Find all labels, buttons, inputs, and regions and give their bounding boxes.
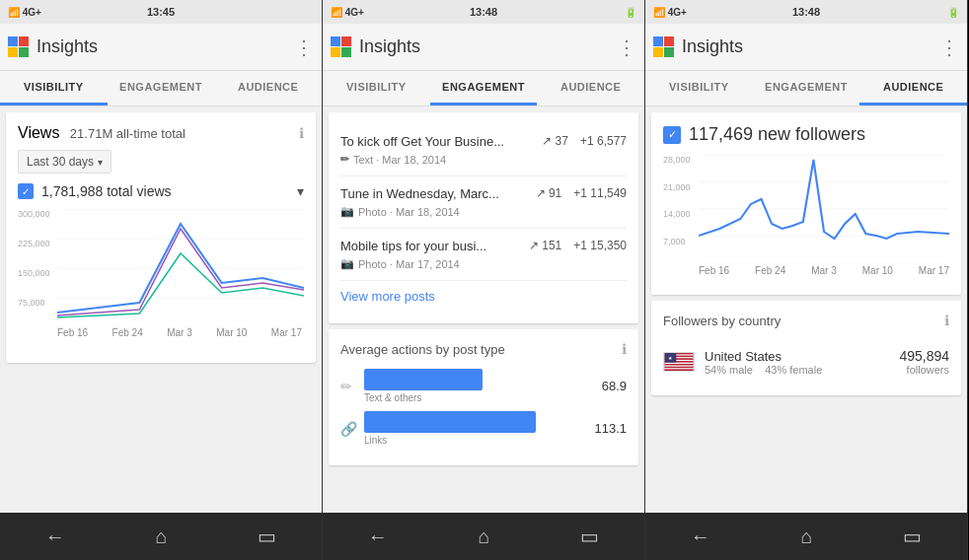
status-time-3: 13:48 bbox=[792, 6, 820, 18]
post-item-3[interactable]: Mobile tips for your busi... ↗ 151 +1 15… bbox=[340, 229, 627, 281]
audience-chart-inner: 28,000 21,000 14,000 7,000 bbox=[663, 155, 949, 263]
aud-y-1: 28,000 bbox=[663, 155, 699, 165]
post-item-1[interactable]: To kick off Get Your Busine... ↗ 37 +1 6… bbox=[340, 124, 627, 176]
tab-audience-3[interactable]: AUDIENCE bbox=[859, 71, 967, 105]
svg-rect-21 bbox=[665, 368, 694, 369]
tab-visibility-2[interactable]: VISIBILITY bbox=[323, 71, 430, 105]
post-stats-3: ↗ 151 +1 15,350 bbox=[529, 239, 627, 252]
post-meta-3: 📷 Photo · Mar 17, 2014 bbox=[340, 257, 627, 270]
app-logo-2 bbox=[331, 36, 351, 57]
y-axis-labels: 300,000 225,000 150,000 75,000 bbox=[18, 209, 57, 327]
status-icons-left-2: 📶 4G+ bbox=[331, 7, 364, 18]
y-label-2: 225,000 bbox=[18, 239, 57, 248]
country-item-us[interactable]: ★ United States 54% male 43% female 495,… bbox=[663, 340, 949, 384]
y-label-1: 300,000 bbox=[18, 209, 57, 219]
avg-actions-title: Average actions by post type bbox=[340, 342, 505, 357]
logo-blue-2 bbox=[331, 36, 340, 46]
avg-info-icon[interactable]: ℹ bbox=[622, 341, 627, 357]
x-axis-labels: Feb 16 Feb 24 Mar 3 Mar 10 Mar 17 bbox=[18, 327, 304, 338]
chart-with-labels: 300,000 225,000 150,000 75,000 bbox=[18, 209, 304, 327]
view-more-link[interactable]: View more posts bbox=[340, 281, 627, 312]
dropdown-arrow-icon[interactable]: ▾ bbox=[297, 183, 304, 199]
app-header-3: Insights ⋮ bbox=[645, 24, 967, 71]
audience-y-labels: 28,000 21,000 14,000 7,000 bbox=[663, 155, 699, 263]
new-followers-card: ✓ 117,469 new followers 28,000 21,000 14… bbox=[651, 112, 961, 295]
post-stats-2: ↗ 91 +1 11,549 bbox=[536, 186, 627, 200]
bottom-nav-1: ← ⌂ ▭ bbox=[0, 513, 322, 560]
total-views-label: 1,781,988 total views bbox=[41, 183, 172, 199]
aud-x-4: Mar 10 bbox=[862, 265, 893, 276]
recents-button-3[interactable]: ▭ bbox=[887, 517, 937, 556]
reshares-3: ↗ 151 bbox=[529, 239, 561, 252]
content-visibility: Views 21.71M all-time total ℹ Last 30 da… bbox=[0, 106, 322, 513]
home-button-3[interactable]: ⌂ bbox=[784, 518, 828, 556]
plusones-3: +1 15,350 bbox=[573, 239, 627, 252]
reshares-1: ↗ 37 bbox=[542, 134, 568, 148]
link-bar-value: 113.1 bbox=[587, 421, 627, 436]
views-card: Views 21.71M all-time total ℹ Last 30 da… bbox=[6, 112, 316, 363]
tab-audience-2[interactable]: AUDIENCE bbox=[537, 71, 644, 105]
views-label: Views bbox=[18, 124, 59, 141]
post-item-2[interactable]: Tune in Wednesday, Marc... ↗ 91 +1 11,54… bbox=[340, 176, 627, 229]
us-flag: ★ bbox=[663, 352, 695, 372]
back-button-2[interactable]: ← bbox=[352, 518, 404, 556]
post-title-2: Tune in Wednesday, Marc... bbox=[340, 186, 499, 201]
tab-engagement-3[interactable]: ENGAGEMENT bbox=[753, 71, 860, 105]
post-type-icon-1: ✏ bbox=[340, 153, 349, 166]
tab-visibility-3[interactable]: VISIBILITY bbox=[645, 71, 753, 105]
status-icons-right-3: 🔋 bbox=[947, 7, 959, 18]
views-header: Views 21.71M all-time total ℹ bbox=[18, 124, 304, 142]
logo-blue bbox=[8, 36, 18, 46]
audience-x-labels: Feb 16 Feb 24 Mar 3 Mar 10 Mar 17 bbox=[663, 265, 949, 276]
status-bar-1: 📶 4G+ 13:45 🔋 bbox=[0, 0, 322, 24]
aud-y-4: 7,000 bbox=[663, 237, 699, 246]
total-views-row: ✓ 1,781,988 total views ▾ bbox=[18, 183, 304, 199]
country-info-icon[interactable]: ℹ bbox=[944, 313, 949, 328]
svg-rect-20 bbox=[665, 367, 694, 368]
post-type-icon-3: 📷 bbox=[340, 257, 354, 270]
link-bar-icon: 🔗 bbox=[340, 421, 356, 437]
home-button-2[interactable]: ⌂ bbox=[462, 518, 505, 556]
back-button-1[interactable]: ← bbox=[30, 518, 81, 556]
recents-button-1[interactable]: ▭ bbox=[242, 517, 292, 556]
date-range-button[interactable]: Last 30 days ▾ bbox=[18, 150, 112, 174]
post-date-3: Photo · Mar 17, 2014 bbox=[358, 258, 460, 270]
tab-engagement-2[interactable]: ENGAGEMENT bbox=[430, 71, 538, 105]
home-button-1[interactable]: ⌂ bbox=[139, 518, 183, 556]
status-time-1: 13:45 bbox=[147, 6, 175, 18]
back-button-3[interactable]: ← bbox=[675, 518, 726, 556]
visibility-chart: 300,000 225,000 150,000 75,000 bbox=[18, 209, 304, 347]
tab-visibility-1[interactable]: VISIBILITY bbox=[0, 71, 108, 105]
logo-green bbox=[19, 47, 29, 57]
svg-rect-22 bbox=[665, 370, 694, 371]
aud-y-2: 21,000 bbox=[663, 182, 699, 192]
new-followers-row: ✓ 117,469 new followers bbox=[663, 124, 949, 145]
menu-button-2[interactable]: ⋮ bbox=[617, 35, 636, 59]
us-country-stats: 54% male 43% female bbox=[705, 364, 889, 376]
checkbox-icon: ✓ bbox=[18, 183, 34, 199]
total-views-checkbox[interactable]: ✓ 1,781,988 total views bbox=[18, 183, 172, 199]
svg-rect-17 bbox=[665, 363, 694, 364]
logo-yellow-2 bbox=[331, 47, 340, 57]
info-icon[interactable]: ℹ bbox=[299, 125, 304, 141]
followers-checkbox: ✓ bbox=[663, 126, 681, 144]
post-stats-1: ↗ 37 +1 6,577 bbox=[542, 134, 627, 148]
x-label-3: Mar 3 bbox=[167, 327, 192, 338]
logo-green-3 bbox=[664, 47, 674, 57]
menu-button-3[interactable]: ⋮ bbox=[939, 35, 959, 59]
logo-green-2 bbox=[341, 47, 351, 57]
recents-button-2[interactable]: ▭ bbox=[564, 517, 615, 556]
plusones-2: +1 11,549 bbox=[573, 186, 627, 200]
views-text-group: Views 21.71M all-time total bbox=[18, 124, 186, 142]
reshares-2: ↗ 91 bbox=[536, 186, 562, 200]
post-date-1: Text · Mar 18, 2014 bbox=[353, 154, 446, 166]
content-engagement: To kick off Get Your Busine... ↗ 37 +1 6… bbox=[323, 106, 644, 513]
tab-engagement-1[interactable]: ENGAGEMENT bbox=[108, 71, 215, 105]
plusones-1: +1 6,577 bbox=[580, 134, 627, 148]
content-audience: ✓ 117,469 new followers 28,000 21,000 14… bbox=[645, 106, 967, 513]
avg-actions-card: Average actions by post type ℹ ✏ Text & … bbox=[329, 329, 638, 465]
app-title-3: Insights bbox=[682, 36, 939, 57]
menu-button-1[interactable]: ⋮ bbox=[294, 35, 314, 59]
tab-audience-1[interactable]: AUDIENCE bbox=[214, 71, 322, 105]
post-date-2: Photo · Mar 18, 2014 bbox=[358, 206, 460, 218]
